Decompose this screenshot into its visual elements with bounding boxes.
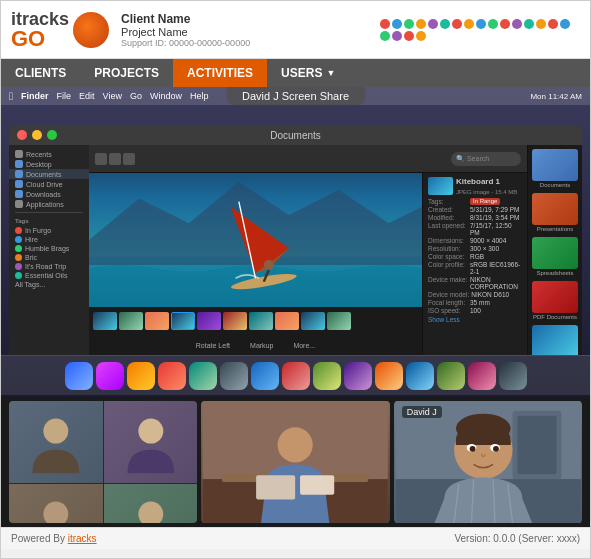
info-panel: Kiteboard 1 JPEG image - 15.4 MB Tags: I… [422, 173, 527, 355]
strip-thumb[interactable] [197, 312, 221, 330]
tag-humble[interactable]: Humble Brags [9, 244, 89, 253]
strip-thumb[interactable] [145, 312, 169, 330]
dock-app7[interactable] [282, 362, 310, 390]
view-icon-cover[interactable] [123, 153, 135, 165]
tag-hire[interactable]: Hire [9, 235, 89, 244]
dot [488, 19, 498, 29]
dot [392, 19, 402, 29]
strip-thumb[interactable] [119, 312, 143, 330]
photo-strip [89, 307, 422, 335]
minimize-button[interactable] [32, 130, 42, 140]
sidebar-item-recents[interactable]: Recents [9, 149, 89, 159]
rs-documents[interactable]: Documents [531, 149, 579, 188]
tag-in-furgo[interactable]: In Furgo [9, 226, 89, 235]
cloud-icon [15, 180, 23, 188]
finder-title: Documents [270, 130, 321, 141]
finder-search[interactable]: 🔍 Search [451, 152, 521, 166]
dot [452, 19, 462, 29]
sidebar-item-downloads[interactable]: Downloads [9, 189, 89, 199]
show-less-link[interactable]: Show Less [428, 316, 522, 323]
strip-thumb[interactable] [327, 312, 351, 330]
dock-app6[interactable] [251, 362, 279, 390]
dock-app13[interactable] [468, 362, 496, 390]
rs-pdf[interactable]: PDF Documents [531, 281, 579, 320]
dock-app1[interactable] [96, 362, 124, 390]
strip-thumb[interactable] [223, 312, 247, 330]
nav-item-activities[interactable]: ACTIVITIES [173, 59, 267, 87]
rs-presentations[interactable]: Presentations [531, 193, 579, 232]
info-row-color-space: Color space: RGB [428, 253, 522, 260]
sidebar-item-applications[interactable]: Applications [9, 199, 89, 209]
dot [428, 19, 438, 29]
more-button[interactable]: More... [293, 342, 315, 349]
view-menu[interactable]: View [103, 91, 122, 101]
dot [416, 31, 426, 41]
dock-app2[interactable] [127, 362, 155, 390]
help-menu[interactable]: Help [190, 91, 209, 101]
strip-thumb[interactable] [301, 312, 325, 330]
view-icon-grid[interactable] [109, 153, 121, 165]
markup-button[interactable]: Markup [250, 342, 273, 349]
photo-main [89, 173, 422, 307]
downloads-icon [15, 190, 23, 198]
info-row-dimensions: Dimensions: 9000 × 4004 [428, 237, 522, 244]
tag-bric[interactable]: Bric [9, 253, 89, 262]
dock-app10[interactable] [375, 362, 403, 390]
tag-essential[interactable]: Essential Oils [9, 271, 89, 280]
view-icon-list[interactable] [95, 153, 107, 165]
tag-road-trip[interactable]: It's Road Trip [9, 262, 89, 271]
nav-item-clients[interactable]: CLIENTS [1, 59, 80, 87]
window-menu[interactable]: Window [150, 91, 182, 101]
strip-thumb[interactable] [249, 312, 273, 330]
mac-menubar-right: Mon 11:42 AM [530, 92, 582, 101]
dot [380, 19, 390, 29]
maximize-button[interactable] [47, 130, 57, 140]
svg-rect-19 [517, 416, 556, 475]
dot [548, 19, 558, 29]
file-menu[interactable]: File [57, 91, 72, 101]
main-content: David J Screen Share  Finder File Edit … [1, 87, 590, 527]
dock-app12[interactable] [437, 362, 465, 390]
dot [392, 31, 402, 41]
strip-thumb[interactable] [93, 312, 117, 330]
dot [500, 19, 510, 29]
close-button[interactable] [17, 130, 27, 140]
rs-spreadsheets[interactable]: Spreadsheets [531, 237, 579, 276]
sidebar-item-cloud[interactable]: Cloud Drive [9, 179, 89, 189]
dock-app14[interactable] [499, 362, 527, 390]
nav-item-users[interactable]: USERS ▼ [267, 59, 349, 87]
dock-app8[interactable] [313, 362, 341, 390]
footer-brand-link[interactable]: itracks [68, 533, 97, 544]
edit-menu[interactable]: Edit [79, 91, 95, 101]
dock-app11[interactable] [406, 362, 434, 390]
header-info: Client Name Project Name Support ID: 000… [121, 12, 250, 48]
nav-item-projects[interactable]: PROJECTS [80, 59, 173, 87]
photo-actions: Rotate Left Markup More... [89, 335, 422, 355]
go-menu[interactable]: Go [130, 91, 142, 101]
mac-menubar-left:  Finder File Edit View Go Window Help [9, 90, 208, 102]
strip-thumb[interactable] [275, 312, 299, 330]
dock-app5[interactable] [220, 362, 248, 390]
finder-menu[interactable]: Finder [21, 91, 49, 101]
person-icon-1 [9, 401, 103, 483]
dock-app4[interactable] [189, 362, 217, 390]
strip-thumb-active[interactable] [171, 312, 195, 330]
dock-app9[interactable] [344, 362, 372, 390]
desk-person-svg [201, 401, 389, 523]
screen-share-container: David J Screen Share  Finder File Edit … [1, 87, 590, 397]
tag-dot [15, 245, 22, 252]
rotate-left-button[interactable]: Rotate Left [196, 342, 230, 349]
svg-rect-14 [256, 475, 295, 499]
participant-desk-person [201, 401, 389, 523]
dock-finder[interactable] [65, 362, 93, 390]
apple-icon:  [9, 90, 13, 102]
sidebar-item-documents[interactable]: Documents [9, 169, 89, 179]
tag-dot [15, 227, 22, 234]
desktop-icon [15, 160, 23, 168]
info-row-last-opened: Last opened: 7/15/17, 12:50 PM [428, 222, 522, 236]
finder-right-sidebar: Documents Presentations Spreadsheets [527, 145, 582, 355]
dock-app3[interactable] [158, 362, 186, 390]
sidebar-item-desktop[interactable]: Desktop [9, 159, 89, 169]
tag-all[interactable]: All Tags... [9, 280, 89, 289]
rs-images[interactable]: Images [531, 325, 579, 355]
